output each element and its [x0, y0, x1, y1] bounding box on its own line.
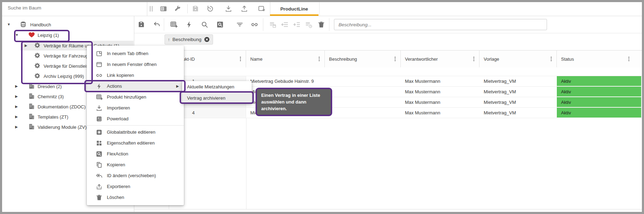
cell-status[interactable]: Aktiv [557, 76, 642, 86]
collapse-arrow-icon[interactable]: ▼ [15, 33, 19, 37]
cell-beschreibung[interactable] [325, 97, 401, 107]
cell-verantwortlicher[interactable]: Max Mustermann [401, 87, 479, 97]
drag-handle-icon[interactable] [147, 5, 155, 13]
column-menu-icon[interactable] [237, 56, 244, 62]
cell-status[interactable]: Aktiv [557, 97, 642, 107]
table-plus-icon[interactable] [170, 21, 178, 28]
search-box-icon[interactable] [216, 21, 224, 28]
menu-item-exportieren[interactable]: Exportieren [87, 181, 184, 192]
beschreibung-filter-input[interactable] [334, 19, 547, 30]
panel-view-icon[interactable] [160, 5, 167, 13]
collapse-left-icon[interactable] [281, 21, 289, 28]
restore-history-icon[interactable] [206, 5, 214, 13]
list-history-icon[interactable] [305, 21, 313, 28]
submenu-item-vertrag-archivieren[interactable]: Vertrag archivieren [182, 92, 252, 103]
wrench-icon[interactable] [174, 5, 181, 13]
tree-item-handbuch[interactable]: ▼Handbuch [2, 20, 134, 29]
cell-beschreibung[interactable] [325, 87, 401, 97]
cell-beschreibung[interactable] [325, 76, 401, 86]
header-cell-beschreibung[interactable]: Beschreibung [325, 51, 401, 68]
column-menu-icon[interactable] [316, 56, 322, 62]
sort-chip-label: Beschreibung [173, 37, 202, 42]
cell-name[interactable]: Mietvertrag Gebäude Hainstr. 9 [246, 76, 325, 86]
download-icon[interactable] [225, 5, 232, 13]
table-new-entry-row[interactable] [134, 67, 642, 76]
expand-arrow-icon[interactable]: ▶ [15, 115, 18, 119]
status-badge: Aktiv [557, 76, 641, 86]
save-icon[interactable] [192, 5, 199, 13]
trash-icon[interactable] [317, 21, 325, 28]
expand-arrow-icon[interactable]: ▶ [15, 105, 18, 108]
header-cell-vorlage[interactable]: Vorlage [479, 51, 557, 68]
menu-item-eigenschaften-editieren[interactable]: Eigenschaften editieren [87, 138, 184, 148]
cell-vorlage[interactable]: Mietvertrag_VM [479, 97, 557, 107]
cell-verantwortlicher[interactable]: Max Mustermann [401, 108, 479, 118]
menu-item-label: Produkt hinzufügen [107, 94, 146, 100]
menu-item-in-neuem-fenster-öffnen[interactable]: In neuem Fenster öffnen [87, 59, 184, 70]
menu-item-label: Importieren [107, 105, 130, 111]
lightning-icon [96, 83, 103, 90]
menu-item-actions[interactable]: Actions▶ [87, 81, 184, 92]
link-icon[interactable] [251, 21, 258, 28]
header-cell-verantwortlicher[interactable]: Verantwortlicher [401, 51, 479, 68]
upload-icon[interactable] [240, 5, 248, 13]
column-menu-icon[interactable] [548, 56, 554, 62]
filter-icon[interactable] [236, 21, 244, 28]
menu-item-produkt-hinzufügen[interactable]: Produkt hinzufügen [87, 92, 184, 102]
menu-item-kopieren[interactable]: Kopieren [87, 159, 184, 170]
menu-item-link-kopieren[interactable]: Link kopieren [87, 70, 184, 81]
database-icon [20, 21, 27, 28]
tree-item-leipzig-1[interactable]: ▼Leipzig (1) [2, 30, 134, 40]
status-badge: Aktiv [557, 108, 641, 118]
search-icon[interactable] [201, 21, 208, 28]
menu-item-powerload[interactable]: Powerload [87, 113, 184, 124]
expand-arrow-icon[interactable]: ▶ [25, 44, 27, 47]
menu-item-löschen[interactable]: Löschen [87, 192, 184, 203]
save-icon[interactable] [137, 21, 145, 28]
tree-item-label: Dokumentation (ZDOC) [38, 104, 86, 109]
status-badge: Aktiv [557, 97, 641, 107]
cell-beschreibung[interactable] [325, 108, 401, 118]
header-cell-status[interactable]: Status [557, 51, 642, 68]
column-menu-icon[interactable] [626, 56, 632, 62]
cell-vorlage[interactable]: Mietvertrag_VM [479, 76, 557, 86]
cell-status[interactable]: Aktiv [557, 87, 642, 97]
cell-verantwortlicher[interactable]: Max Mustermann [401, 76, 479, 86]
column-menu-icon[interactable] [471, 56, 477, 62]
divider [187, 4, 188, 13]
expand-arrow-icon[interactable]: ▶ [15, 84, 18, 88]
remove-sort-icon[interactable] [204, 36, 210, 42]
cell-vorlage[interactable]: Mietvertrag_VM [479, 87, 557, 97]
grid-toolbar-border [134, 33, 642, 33]
submenu-item-aktuelle-mietzahlungen[interactable]: Aktuelle Mietzahlungen [182, 81, 252, 92]
table-row[interactable]: 4Mietvertrag für Aurelienstr. 3Max Muste… [134, 108, 642, 118]
move-id-icon [96, 172, 103, 179]
menu-item-flexaction[interactable]: FlexAction [87, 148, 184, 159]
menu-item-label: Kopieren [107, 162, 125, 167]
menu-item-id-ändern-verschieben[interactable]: ID ändern (verschieben) [87, 170, 184, 181]
cell-verantwortlicher[interactable]: Max Mustermann [401, 97, 479, 107]
header-cell-name[interactable]: Name [246, 51, 325, 68]
expand-arrow-icon[interactable]: ▶ [15, 125, 18, 129]
table-bottom-border [134, 209, 642, 209]
indent-right-icon[interactable] [293, 21, 301, 28]
cell-vorlage[interactable]: Mietvertrag_VM [479, 108, 557, 118]
list-save-icon[interactable] [269, 21, 277, 28]
expand-arrow-icon[interactable]: ▶ [15, 94, 18, 98]
column-menu-icon[interactable] [392, 56, 398, 62]
copy-icon [96, 161, 103, 168]
tree-search-input[interactable] [7, 5, 142, 11]
tab-productline[interactable]: ProductLine [270, 2, 318, 16]
new-tab-icon[interactable] [258, 5, 265, 13]
menu-item-label: Löschen [107, 195, 124, 200]
undo-icon[interactable] [153, 21, 161, 28]
sort-chip-beschreibung[interactable]: ↑ Beschreibung [165, 34, 213, 45]
menu-item-importieren[interactable]: Importieren [87, 102, 184, 113]
menu-item-label: Powerload [107, 116, 128, 121]
collapse-arrow-icon[interactable]: ▼ [7, 22, 11, 26]
cell-status[interactable]: Aktiv [557, 108, 642, 118]
trash-icon [96, 194, 103, 201]
lightning-icon[interactable] [185, 21, 193, 28]
menu-item-globalattribute-editieren[interactable]: Globalattribute editieren [87, 127, 184, 138]
menu-item-in-neuem-tab-öffnen[interactable]: In neuem Tab öffnen [87, 48, 184, 59]
